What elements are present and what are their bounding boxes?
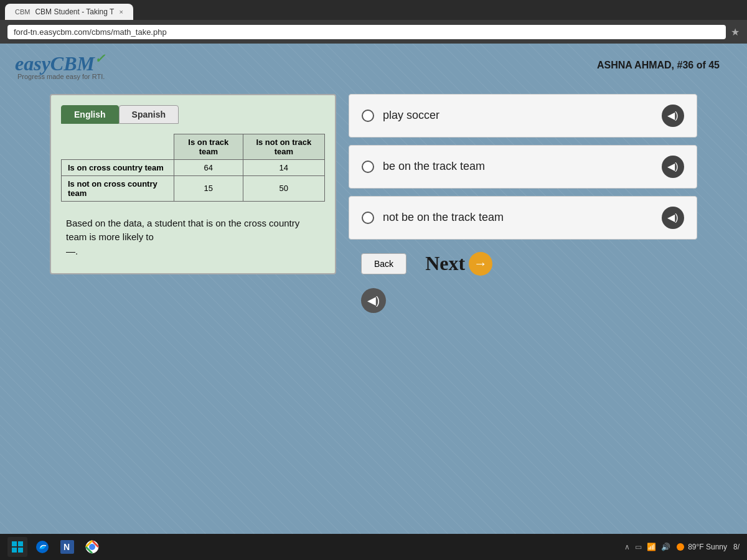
word-icon[interactable]: N: [57, 537, 77, 557]
row1-col2: 14: [243, 159, 324, 175]
bookmark-icon[interactable]: ★: [731, 26, 740, 38]
bottom-audio-area: ◀): [349, 288, 697, 313]
bottom-audio-button[interactable]: ◀): [361, 288, 386, 313]
svg-rect-0: [12, 541, 17, 546]
question-text: Based on the data, a student that is on …: [61, 212, 325, 264]
spanish-tab[interactable]: Spanish: [119, 105, 179, 124]
svg-rect-2: [12, 548, 17, 553]
next-label: Next: [425, 252, 465, 275]
col2-header: Is not on track team: [243, 134, 324, 159]
address-bar[interactable]: ford-tn.easycbm.com/cbms/math_take.php: [7, 25, 726, 39]
row1-label: Is on cross country team: [62, 159, 174, 175]
svg-rect-3: [18, 548, 23, 553]
taskbar-time: 8/: [733, 543, 740, 551]
edge-icon[interactable]: [32, 537, 52, 557]
start-button[interactable]: [7, 537, 27, 557]
display-icon: ▭: [635, 543, 642, 551]
weather-text: 89°F Sunny: [688, 543, 727, 551]
browser-chrome: CBM CBM Student - Taking T × ford-tn.eas…: [0, 0, 747, 44]
microsoft-word-icon: N: [60, 540, 74, 554]
taskbar-right: ∧ ▭ 📶 🔊 89°F Sunny 8/: [624, 543, 740, 551]
audio-button-c[interactable]: ◀): [662, 207, 684, 229]
left-panel: English Spanish Is on track team Is not …: [50, 94, 336, 275]
radio-b[interactable]: [362, 161, 374, 173]
page-content: easyCBM✓ Progress made easy for RTI. ASH…: [0, 44, 747, 560]
taskbar-left: N: [7, 537, 102, 557]
tray-caret: ∧: [624, 543, 630, 551]
answer-text-b: be on the track team: [383, 160, 653, 173]
site-logo: easyCBM✓: [15, 51, 105, 75]
svg-point-8: [89, 544, 95, 550]
taskbar: N ∧ ▭ 📶 🔊 89°F: [0, 534, 747, 560]
svg-text:N: N: [63, 542, 70, 552]
tab-close-button[interactable]: ×: [119, 8, 123, 16]
answer-text-a: play soccer: [383, 109, 653, 122]
row2-col2: 50: [243, 175, 324, 201]
english-tab[interactable]: English: [61, 105, 119, 124]
browser-bar: ford-tn.easycbm.com/cbms/math_take.php ★: [0, 20, 747, 44]
svg-rect-1: [18, 541, 23, 546]
next-button[interactable]: Next →: [425, 252, 492, 276]
answer-option-c[interactable]: not be on the track team ◀): [349, 196, 697, 240]
row1-col1: 64: [174, 159, 243, 175]
browser-tabs: CBM CBM Student - Taking T ×: [0, 0, 747, 20]
site-header: easyCBM✓ Progress made easy for RTI. ASH…: [0, 44, 747, 88]
col1-header: Is on track team: [174, 134, 243, 159]
google-chrome-icon: [85, 540, 99, 554]
table-row-1: Is on cross country team 64 14: [62, 159, 325, 175]
back-button[interactable]: Back: [361, 253, 406, 274]
radio-c[interactable]: [362, 212, 374, 224]
navigation-area: Back Next →: [349, 252, 697, 276]
row2-col1: 15: [174, 175, 243, 201]
tab-title: CBM Student - Taking T: [35, 7, 114, 16]
radio-a[interactable]: [362, 110, 374, 122]
network-icon: 📶: [647, 543, 656, 551]
row2-label: Is not on cross country team: [62, 175, 174, 201]
active-tab[interactable]: CBM CBM Student - Taking T ×: [5, 4, 133, 20]
next-arrow-icon: →: [469, 252, 492, 276]
answer-text-c: not be on the track team: [383, 211, 653, 224]
logo-area: easyCBM✓ Progress made easy for RTI.: [15, 51, 105, 80]
language-tabs: English Spanish: [61, 105, 325, 124]
audio-button-b[interactable]: ◀): [662, 156, 684, 178]
answer-option-b[interactable]: be on the track team ◀): [349, 145, 697, 189]
right-panel: play soccer ◀) be on the track team ◀) n…: [349, 94, 697, 313]
answer-option-a[interactable]: play soccer ◀): [349, 94, 697, 138]
logo-subtitle: Progress made easy for RTI.: [17, 73, 105, 80]
table-row-2: Is not on cross country team 15 50: [62, 175, 325, 201]
windows-icon: [12, 541, 23, 553]
system-tray: ∧ ▭ 📶 🔊: [624, 543, 670, 551]
weather-area: 89°F Sunny: [677, 543, 727, 551]
sun-icon: [677, 543, 684, 551]
volume-icon: 🔊: [661, 543, 670, 551]
tab-favicon: CBM: [15, 8, 30, 16]
audio-button-a[interactable]: ◀): [662, 105, 684, 127]
quiz-container: English Spanish Is on track team Is not …: [50, 94, 697, 313]
chrome-icon[interactable]: [82, 537, 102, 557]
student-info: ASHNA AHMAD, #36 of 45: [597, 60, 732, 71]
edge-browser-icon: [35, 540, 49, 554]
data-table: Is on track team Is not on track team Is…: [61, 134, 325, 202]
